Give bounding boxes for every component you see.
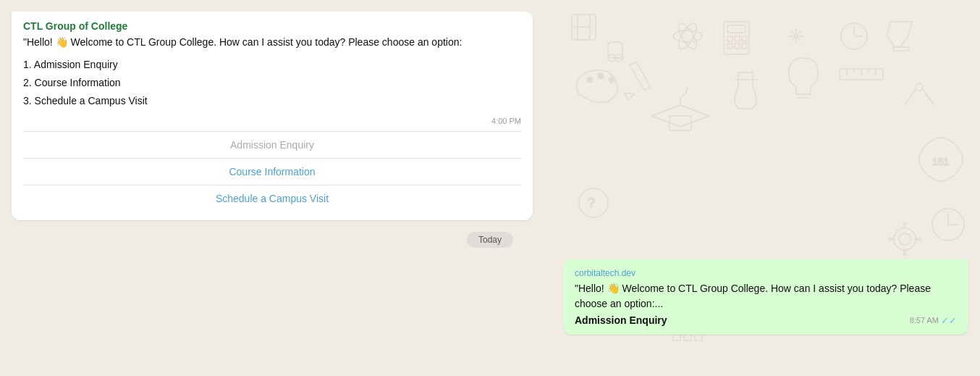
today-divider: Today xyxy=(0,232,980,248)
user-selected-option: Admission Enquiry xyxy=(575,314,667,326)
option-buttons-container: Admission Enquiry Course Information Sch… xyxy=(23,131,521,212)
user-bubble-link: corbitaltech.dev xyxy=(575,268,957,278)
option-course-information-button[interactable]: Course Information xyxy=(23,159,521,185)
user-message-time: 8:57 AM ✓✓ xyxy=(910,315,957,326)
menu-item-2: 2. Course Information xyxy=(23,74,521,92)
bot-sender: CTL Group of College xyxy=(23,20,521,32)
user-time-value: 8:57 AM xyxy=(910,316,939,325)
today-badge: Today xyxy=(467,232,513,248)
menu-item-1: 1. Admission Enquiry xyxy=(23,56,521,74)
user-bubble: corbitaltech.dev "Hello! 👋 Welcome to CT… xyxy=(563,259,968,335)
user-bubble-footer: Admission Enquiry 8:57 AM ✓✓ xyxy=(575,314,957,326)
user-message: corbitaltech.dev "Hello! 👋 Welcome to CT… xyxy=(0,259,980,335)
option-admission-enquiry-button[interactable]: Admission Enquiry xyxy=(23,132,521,159)
bot-message: CTL Group of College "Hello! 👋 Welcome t… xyxy=(0,12,980,220)
user-bubble-preview: "Hello! 👋 Welcome to CTL Group College. … xyxy=(575,281,957,312)
bot-bubble: CTL Group of College "Hello! 👋 Welcome t… xyxy=(12,12,533,220)
option-campus-visit-button[interactable]: Schedule a Campus Visit xyxy=(23,185,521,212)
read-receipt-icon: ✓✓ xyxy=(941,315,957,326)
bot-menu-list: 1. Admission Enquiry 2. Course Informati… xyxy=(23,56,521,111)
bot-greeting-text: "Hello! 👋 Welcome to CTL Group College. … xyxy=(23,35,521,50)
chat-area: CTL Group of College "Hello! 👋 Welcome t… xyxy=(0,0,980,376)
bot-message-time: 4:00 PM xyxy=(23,117,521,125)
menu-item-3: 3. Schedule a Campus Visit xyxy=(23,92,521,110)
